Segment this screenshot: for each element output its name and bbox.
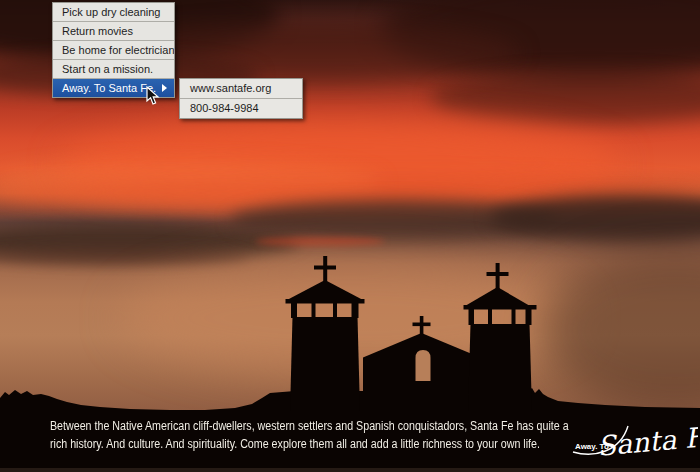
todo-menu: Pick up dry cleaning Return movies Be ho… (52, 2, 175, 98)
santa-fe-logo: Away. To Santa Fe. (570, 412, 698, 470)
right-tower-body (468, 324, 532, 412)
right-belfry-post (488, 308, 492, 325)
right-cross-icon (496, 263, 500, 290)
left-belfry-post (333, 302, 337, 318)
menu-item-label: Away. To Santa Fe. (62, 82, 156, 94)
submenu-item-phone[interactable]: 800-984-9984 (180, 99, 302, 118)
ad-copy-line1: Between the Native American cliff-dwelle… (50, 418, 620, 436)
left-cross-icon (314, 266, 336, 270)
menu-item-return-movies[interactable]: Return movies (53, 22, 174, 41)
ad-copy: Between the Native American cliff-dwelle… (50, 418, 620, 453)
cursor-arrow-icon (146, 86, 160, 106)
left-belfry-post (312, 302, 316, 318)
right-tower-roof (465, 287, 530, 306)
right-belfry-post (469, 308, 475, 325)
left-tower-body (290, 317, 360, 412)
left-belfry-post (352, 302, 359, 318)
center-cross-icon (413, 323, 431, 327)
advertisement-canvas: Pick up dry cleaning Return movies Be ho… (0, 0, 700, 472)
left-belfry-post (291, 302, 297, 318)
submenu-item-website[interactable]: www.santafe.org (180, 79, 302, 99)
right-belfry-post (526, 308, 532, 325)
right-cross-icon (487, 272, 509, 276)
menu-item-electrician[interactable]: Be home for electrician (53, 41, 174, 60)
menu-item-mission[interactable]: Start on a mission. (53, 60, 174, 79)
left-tower-roof (287, 280, 363, 300)
arched-window (416, 350, 431, 381)
ad-copy-line2: rich history. And culture. And spiritual… (50, 436, 620, 454)
logo-name: Santa Fe. (596, 419, 698, 461)
submenu-arrow-icon (162, 84, 167, 92)
menu-item-dry-cleaning[interactable]: Pick up dry cleaning (53, 3, 174, 22)
santa-fe-submenu: www.santafe.org 800-984-9984 (179, 78, 303, 119)
right-belfry-post (512, 308, 516, 325)
